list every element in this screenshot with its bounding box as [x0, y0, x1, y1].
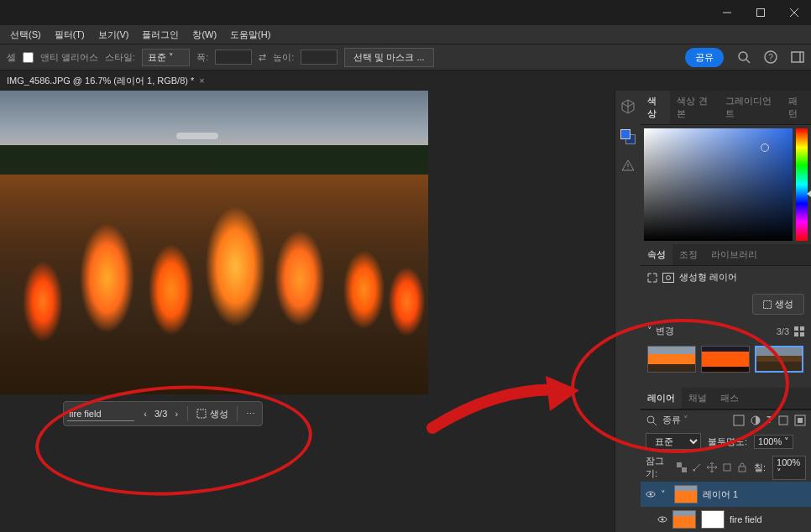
width-input[interactable] — [215, 50, 252, 65]
tab-swatches[interactable]: 색상 견본 — [670, 91, 719, 124]
svg-point-20 — [647, 416, 654, 423]
svg-rect-19 — [800, 332, 804, 336]
svg-rect-22 — [734, 415, 744, 425]
color-picker[interactable] — [641, 125, 811, 244]
tab-adjustments[interactable]: 조정 — [672, 244, 704, 265]
tab-color[interactable]: 색상 — [641, 91, 670, 124]
svg-point-32 — [650, 493, 652, 496]
svg-point-12 — [628, 169, 629, 170]
lock-pixels-icon[interactable] — [677, 462, 687, 472]
variation-thumb-3[interactable] — [755, 346, 803, 373]
antialias-label: 앤티 앨리어스 — [40, 51, 98, 64]
filter-text-icon[interactable]: T — [767, 415, 772, 426]
lock-artboard-icon[interactable] — [722, 462, 732, 472]
height-input[interactable] — [301, 50, 337, 65]
svg-point-4 — [739, 52, 747, 60]
share-button[interactable]: 공유 — [685, 48, 724, 67]
prompt-input[interactable] — [67, 407, 134, 421]
menu-plugin[interactable]: 플러그인 — [135, 29, 186, 41]
layer-name[interactable]: fire field — [730, 514, 762, 524]
tab-channels[interactable]: 채널 — [682, 388, 714, 409]
layer-mask-thumbnail — [701, 510, 725, 529]
menu-help[interactable]: 도움말(H) — [223, 29, 277, 41]
swatches-icon[interactable] — [620, 129, 636, 144]
blend-mode-select[interactable]: 표준 — [646, 433, 701, 450]
visibility-icon[interactable] — [657, 514, 667, 524]
document-tab-bar: IMG_4586.JPG @ 16.7% (레이어 1, RGB/8) * × — [0, 70, 811, 91]
close-tab-icon[interactable]: × — [199, 76, 204, 86]
tab-gradient[interactable]: 그레이디언트 — [719, 91, 781, 124]
svg-rect-16 — [794, 326, 798, 331]
variation-counter: 3/3 — [154, 409, 167, 419]
next-variation-button[interactable]: › — [170, 408, 182, 420]
sparkle-icon — [763, 300, 772, 309]
workspace-icon[interactable] — [791, 50, 804, 64]
layers-panel: 종류 T 표준 불투명도: 100% ˅ 잠그기: — [641, 409, 811, 532]
maximize-button[interactable] — [744, 0, 777, 25]
tab-properties[interactable]: 속성 — [641, 244, 672, 265]
menu-bar: 선택(S) 필터(T) 보기(V) 플러그인 창(W) 도움말(H) — [0, 25, 811, 44]
layer-thumbnail — [674, 485, 698, 503]
layer-row-sub[interactable]: fire field — [641, 507, 811, 532]
layer-type-icon — [662, 273, 674, 283]
chevron-down-icon[interactable]: ˅ — [661, 489, 669, 500]
props-title: 생성형 레이어 — [679, 271, 737, 284]
generative-fill-bar: ‹ 3/3 › 생성 ⋯ — [63, 401, 263, 426]
visibility-icon[interactable] — [646, 489, 656, 499]
lock-all-icon[interactable] — [737, 462, 747, 472]
menu-view[interactable]: 보기(V) — [92, 29, 136, 41]
svg-rect-30 — [739, 467, 746, 472]
filter-adjust-icon[interactable] — [750, 415, 761, 426]
svg-rect-17 — [800, 326, 804, 331]
svg-rect-28 — [682, 467, 687, 472]
menu-window[interactable]: 창(W) — [186, 29, 223, 41]
grid-view-icon[interactable] — [794, 326, 804, 336]
minimize-button[interactable] — [710, 0, 744, 25]
filter-image-icon[interactable] — [733, 415, 745, 426]
filter-shape-icon[interactable] — [777, 415, 789, 426]
3d-icon[interactable] — [620, 99, 636, 114]
select-mask-button[interactable]: 선택 및 마스크 ... — [344, 48, 433, 67]
svg-rect-1 — [757, 9, 765, 17]
layer-filter-select[interactable]: 종류 — [662, 414, 688, 426]
opacity-value[interactable]: 100% ˅ — [754, 435, 793, 449]
sparkle-icon — [196, 409, 207, 419]
lock-brush-icon[interactable] — [692, 462, 702, 472]
swap-icon[interactable]: ⇄ — [259, 52, 266, 63]
height-label: 높이: — [273, 51, 294, 64]
tab-layers[interactable]: 레이어 — [641, 388, 682, 409]
tab-pattern[interactable]: 패턴 — [782, 91, 811, 124]
chevron-down-icon[interactable]: ˅ — [647, 326, 652, 336]
layer-row-1[interactable]: ˅ 레이어 1 — [641, 482, 811, 507]
variation-thumb-2[interactable] — [701, 346, 750, 373]
layer-name[interactable]: 레이어 1 — [703, 488, 738, 501]
lock-move-icon[interactable] — [707, 462, 717, 472]
prev-variation-button[interactable]: ‹ — [139, 408, 151, 420]
variation-thumb-1[interactable] — [647, 346, 696, 373]
style-select[interactable]: 표준 ˅ — [142, 49, 190, 66]
svg-rect-18 — [794, 332, 798, 336]
search-icon[interactable] — [646, 415, 657, 426]
svg-rect-13 — [663, 273, 674, 282]
expand-icon[interactable] — [647, 273, 657, 283]
help-icon[interactable]: ? — [764, 50, 777, 64]
canvas-area[interactable]: ‹ 3/3 › 생성 ⋯ — [0, 91, 615, 532]
generate-button[interactable]: 생성 — [193, 408, 232, 420]
warning-icon[interactable] — [621, 159, 635, 171]
options-bar: 셀 앤티 앨리어스 스타일: 표준 ˅ 폭: ⇄ 높이: 선택 및 마스크 ..… — [0, 44, 811, 70]
fill-value[interactable]: 100% ˅ — [772, 456, 806, 480]
search-icon[interactable] — [737, 50, 751, 64]
svg-rect-27 — [677, 462, 682, 467]
filter-smart-icon[interactable] — [794, 415, 806, 426]
menu-select[interactable]: 선택(S) — [3, 29, 48, 41]
tab-paths[interactable]: 패스 — [714, 388, 746, 409]
style-label: 스타일: — [105, 51, 135, 64]
menu-filter[interactable]: 필터(T) — [48, 29, 92, 41]
more-options-button[interactable]: ⋯ — [243, 409, 259, 420]
props-generate-button[interactable]: 생성 — [752, 294, 804, 315]
tab-library[interactable]: 라이브러리 — [704, 244, 764, 265]
opacity-label: 불투명도: — [708, 436, 747, 448]
antialias-checkbox[interactable] — [23, 52, 34, 63]
document-tab[interactable]: IMG_4586.JPG @ 16.7% (레이어 1, RGB/8) * × — [0, 71, 212, 91]
close-button[interactable] — [777, 0, 811, 25]
